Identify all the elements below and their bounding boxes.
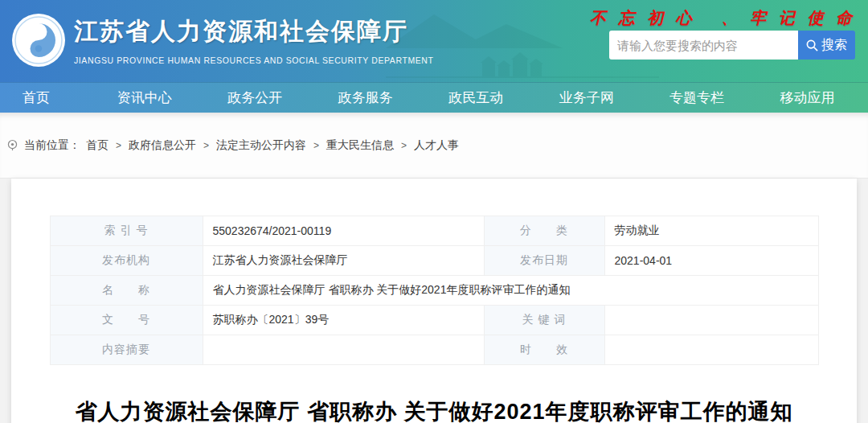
breadcrumb-separator: > bbox=[202, 140, 211, 151]
nav-item-gov-services[interactable]: 政务服务 bbox=[316, 83, 426, 113]
site-title: 江苏省人力资源和社会保障厅 bbox=[74, 15, 434, 48]
category-label: 分 类 bbox=[484, 216, 604, 246]
validity-value bbox=[604, 335, 818, 365]
breadcrumb-separator: > bbox=[399, 140, 408, 151]
department-logo-icon bbox=[11, 13, 66, 68]
nav-item-public-interaction[interactable]: 政民互动 bbox=[426, 83, 536, 113]
breadcrumb-item-livelihood-info[interactable]: 重大民生信息 bbox=[326, 138, 394, 153]
doc-number-value: 苏职称办〔2021〕39号 bbox=[203, 306, 484, 335]
search-input[interactable] bbox=[609, 31, 798, 60]
breadcrumb-prefix: 当前位置： bbox=[24, 138, 80, 153]
breadcrumb: 当前位置： 首页 > 政府信息公开 > 法定主动公开内容 > 重大民生信息 > … bbox=[6, 138, 459, 153]
breadcrumb-item-gov-info[interactable]: 政府信息公开 bbox=[129, 138, 196, 153]
category-value: 劳动就业 bbox=[604, 216, 818, 246]
location-pin-icon bbox=[6, 139, 18, 151]
site-logo-and-title[interactable]: 江苏省人力资源和社会保障厅 JIANGSU PROVINCE HUMAN RES… bbox=[11, 13, 434, 68]
search-bar: 搜索 bbox=[609, 31, 855, 60]
issuing-agency-label: 发布机构 bbox=[50, 246, 203, 276]
table-row: 内容摘要 时 效 bbox=[50, 335, 818, 365]
breadcrumb-separator: > bbox=[312, 140, 321, 151]
document-info-table: 索 引 号 550232674/2021-00119 分 类 劳动就业 发布机构… bbox=[50, 216, 819, 365]
index-number-value: 550232674/2021-00119 bbox=[203, 216, 484, 246]
slogan-banner: 不忘初心 、牢记使命 bbox=[590, 7, 855, 29]
doc-number-label: 文 号 bbox=[50, 306, 203, 335]
keywords-value bbox=[604, 306, 818, 335]
nav-item-mobile-apps[interactable]: 移动应用 bbox=[758, 83, 868, 113]
breadcrumb-separator: > bbox=[114, 140, 123, 151]
name-value: 省人力资源社会保障厅 省职称办 关于做好2021年度职称评审工作的通知 bbox=[203, 276, 818, 306]
nav-item-business-subnet[interactable]: 业务子网 bbox=[537, 83, 647, 113]
publish-date-value: 2021-04-01 bbox=[604, 246, 818, 276]
nav-item-news-center[interactable]: 资讯中心 bbox=[95, 83, 205, 113]
nav-item-special-topics[interactable]: 专题专栏 bbox=[647, 83, 757, 113]
nav-item-gov-disclosure[interactable]: 政务公开 bbox=[205, 83, 315, 113]
table-row: 发布机构 江苏省人力资源社会保障厅 发布日期 2021-04-01 bbox=[50, 246, 818, 276]
name-label: 名 称 bbox=[50, 276, 203, 306]
article-title: 省人力资源社会保障厅 省职称办 关于做好2021年度职称评审工作的通知 bbox=[11, 397, 857, 423]
index-number-label: 索 引 号 bbox=[50, 216, 203, 246]
breadcrumb-item-statutory-disclosure[interactable]: 法定主动公开内容 bbox=[216, 138, 306, 153]
site-header: 江苏省人力资源和社会保障厅 JIANGSU PROVINCE HUMAN RES… bbox=[0, 0, 868, 82]
keywords-label: 关 键 词 bbox=[484, 306, 604, 335]
summary-label: 内容摘要 bbox=[50, 335, 203, 365]
site-subtitle: JIANGSU PROVINCE HUMAN RESOURCES AND SOC… bbox=[74, 55, 434, 65]
nav-item-home[interactable]: 首页 bbox=[0, 83, 95, 113]
table-row: 文 号 苏职称办〔2021〕39号 关 键 词 bbox=[50, 306, 818, 335]
breadcrumb-item-talent-personnel[interactable]: 人才人事 bbox=[414, 138, 459, 153]
content-card: 索 引 号 550232674/2021-00119 分 类 劳动就业 发布机构… bbox=[11, 179, 857, 423]
issuing-agency-value: 江苏省人力资源社会保障厅 bbox=[203, 246, 484, 276]
search-button[interactable]: 搜索 bbox=[798, 31, 855, 60]
breadcrumb-bar: 当前位置： 首页 > 政府信息公开 > 法定主动公开内容 > 重大民生信息 > … bbox=[0, 113, 868, 179]
validity-label: 时 效 bbox=[484, 335, 604, 365]
table-row: 名 称 省人力资源社会保障厅 省职称办 关于做好2021年度职称评审工作的通知 bbox=[50, 276, 818, 306]
breadcrumb-item-home[interactable]: 首页 bbox=[86, 138, 108, 153]
main-nav: 首页 资讯中心 政务公开 政务服务 政民互动 业务子网 专题专栏 移动应用 bbox=[0, 82, 868, 113]
publish-date-label: 发布日期 bbox=[484, 246, 604, 276]
search-button-label: 搜索 bbox=[821, 37, 847, 54]
table-row: 索 引 号 550232674/2021-00119 分 类 劳动就业 bbox=[50, 216, 818, 246]
summary-value bbox=[203, 335, 484, 365]
search-icon bbox=[806, 39, 818, 51]
